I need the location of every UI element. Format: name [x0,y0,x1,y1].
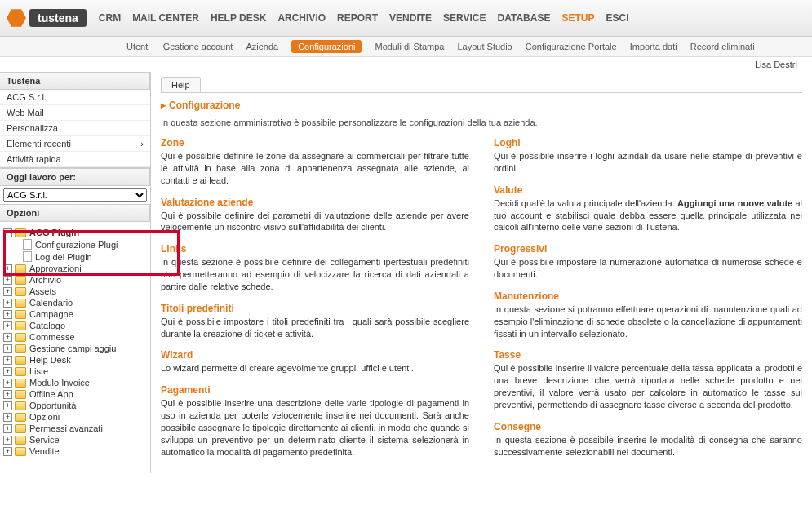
subnav-utenti[interactable]: Utenti [126,42,150,51]
section-link-zone[interactable]: Zone [161,137,469,148]
section-link-valutazione-aziende[interactable]: Valutazione aziende [161,197,469,208]
collapse-icon[interactable]: − [3,228,12,237]
logo[interactable]: tustena [7,8,87,28]
expand-icon[interactable]: + [3,333,12,342]
tree-assets[interactable]: +Assets [3,286,147,297]
section-link-progressivi[interactable]: Progressivi [494,243,802,255]
expand-icon[interactable]: + [3,264,12,273]
topnav-archivio[interactable]: ARCHIVIO [277,12,326,24]
folder-icon [15,276,26,285]
section-manutenzione: ManutenzioneIn questa sezione si potrann… [494,290,802,340]
expand-icon[interactable]: + [3,424,12,433]
folder-icon [15,321,26,330]
subnav-azienda[interactable]: Azienda [246,42,278,51]
section-progressivi: ProgressiviQui è possibile impostare la … [494,243,802,281]
topnav-vendite[interactable]: VENDITE [389,12,432,24]
tree-help-desk[interactable]: +Help Desk [3,354,147,366]
tree-liste[interactable]: +Liste [3,366,147,377]
expand-icon[interactable]: + [3,276,12,285]
tree-catalogo[interactable]: +Catalogo [3,320,147,331]
sidebar-title-opzioni: Opzioni [0,204,150,222]
tree-log-del-plugin[interactable]: Log del Plugin [23,250,147,263]
side-menu-acg-s-r-l-[interactable]: ACG S.r.l. [0,90,150,105]
section-link-manutenzione[interactable]: Manutenzione [494,290,802,302]
topnav-service[interactable]: SERVICE [443,12,486,24]
page-title: ▸Configurazione [161,100,802,111]
side-menu-personalizza[interactable]: Personalizza [0,121,150,136]
user-name[interactable]: Lisa Destri [755,60,797,69]
expand-icon[interactable]: + [3,413,12,422]
expand-icon[interactable]: + [3,321,12,330]
tree-vendite[interactable]: +Vendite [3,445,147,457]
tree-opzioni[interactable]: +Opzioni [3,411,147,423]
topnav-report[interactable]: REPORT [337,12,378,24]
expand-icon[interactable]: + [3,401,12,410]
section-link-valute[interactable]: Valute [494,184,802,196]
tree-opportunit-[interactable]: +Opportunità [3,400,147,411]
expand-icon[interactable]: + [3,436,12,445]
sidebar: Tustena ACG S.r.l.Web MailPersonalizzaEl… [0,72,151,473]
section-link-loghi[interactable]: Loghi [494,137,802,148]
tree-archivio[interactable]: +Archivio [3,274,147,286]
subnav-configurazioni[interactable]: Configurazioni [291,40,362,53]
section-link-wizard[interactable]: Wizard [161,349,469,361]
section-valute: ValuteDecidi qual'è la valuta principale… [494,184,802,234]
side-menu-attivit-rapida[interactable]: Attività rapida [0,152,150,167]
tree-campagne[interactable]: +Campagne [3,308,147,320]
sidebar-title-tustena: Tustena [0,72,150,90]
tree-permessi-avanzati[interactable]: +Permessi avanzati [3,423,147,434]
folder-icon [15,436,26,445]
section-links: LinksIn questa sezione è possibile defin… [161,243,469,293]
subnav-record-eliminati[interactable]: Record eliminati [690,42,755,51]
subnav-moduli-di-stampa[interactable]: Moduli di Stampa [375,42,444,51]
section-text: Decidi qual'è la valuta principale dell'… [494,197,802,234]
tree-acg-plugin[interactable]: −ACG Plugin [3,227,147,238]
expand-icon[interactable]: + [3,344,12,353]
subnav-layout-studio[interactable]: Layout Studio [457,42,512,51]
section-link-titoli-predefiniti[interactable]: Titoli predefiniti [161,303,469,314]
company-select[interactable]: ACG S.r.l. [3,188,147,202]
topnav-esci[interactable]: ESCI [606,12,628,24]
file-icon [23,239,32,250]
folder-icon [15,356,26,365]
expand-icon[interactable]: + [3,287,12,296]
expand-icon[interactable]: + [3,379,12,388]
tree-modulo-invoice[interactable]: +Modulo Invoice [3,377,147,388]
options-tree: −ACG PluginConfigurazione PlugiLog del P… [0,222,150,462]
tab-help[interactable]: Help [161,77,201,92]
section-link-tasse[interactable]: Tasse [494,349,802,361]
topnav-setup[interactable]: SETUP [561,12,594,24]
section-link-pagamenti[interactable]: Pagamenti [161,384,469,396]
tree-gestione-campi-aggiu[interactable]: +Gestione campi aggiu [3,343,147,354]
side-menu-elementi-recenti[interactable]: Elementi recenti› [0,136,150,152]
tree-configurazione-plugi[interactable]: Configurazione Plugi [23,238,147,250]
expand-icon[interactable]: + [3,299,12,308]
expand-icon[interactable]: + [3,367,12,376]
section-link-consegne[interactable]: Consegne [494,421,802,432]
subnav-gestione-account[interactable]: Gestione account [163,42,233,51]
expand-icon[interactable]: + [3,447,12,456]
subnav-configurazione-portale[interactable]: Configurazione Portale [526,42,617,51]
topnav-database[interactable]: DATABASE [498,12,551,24]
section-tasse: TasseQui è possibile inserire il valore … [494,349,802,410]
topnav-help-desk[interactable]: HELP DESK [211,12,266,24]
subnav-importa-dati[interactable]: Importa dati [630,42,677,51]
folder-icon [15,299,26,308]
section-wizard: WizardLo wizard permette di creare agevo… [161,349,469,374]
section-text: Qui è possibile definire dei parametri d… [161,210,469,234]
intro-text: In questa sezione amministrativa è possi… [161,117,802,127]
topnav-mail-center[interactable]: MAIL CENTER [132,12,199,24]
tree-offline-app[interactable]: +Offline App [3,388,147,400]
tree-commesse[interactable]: +Commesse [3,331,147,343]
topnav-crm[interactable]: CRM [99,12,121,24]
expand-icon[interactable]: + [3,356,12,365]
tree-calendario[interactable]: +Calendario [3,297,147,308]
expand-icon[interactable]: + [3,390,12,399]
tree-service[interactable]: +Service [3,434,147,445]
section-link-links[interactable]: Links [161,243,469,255]
folder-icon [15,424,26,433]
side-menu-web-mail[interactable]: Web Mail [0,105,150,121]
tree-approvazioni[interactable]: +Approvazioni [3,263,147,274]
expand-icon[interactable]: + [3,310,12,319]
arrow-icon: ▸ [161,100,166,111]
